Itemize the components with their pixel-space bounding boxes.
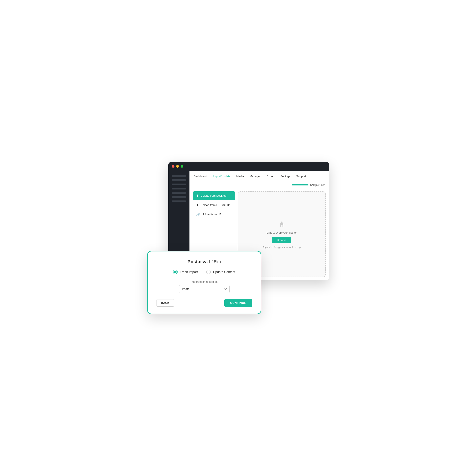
minimize-traffic-light[interactable] [176,165,179,168]
breadcrumb-step [292,184,308,186]
drop-text: Drag & Drop your files or [266,231,297,234]
browse-button[interactable]: Browse [272,237,291,243]
dialog-actions: BACK CONTINUE [156,299,252,307]
breadcrumb-filename: Sample.CSV [310,184,325,187]
menu-item-url[interactable]: 🔗 Upload from URL [193,210,235,219]
radio-fresh-import-circle[interactable] [173,270,178,274]
nav-item-import-update[interactable]: Import/Update [213,172,230,181]
radio-update-content-circle[interactable] [206,270,211,274]
scene: Dashboard Import/Update Media Manager Ex… [147,162,329,314]
back-button[interactable]: BACK [156,299,174,307]
supported-types-text: Supported file types .csv .xml .txt .zip [262,246,301,248]
close-traffic-light[interactable] [172,165,174,168]
nav-item-export[interactable]: Export [266,172,274,181]
nav-item-manager[interactable]: Manager [250,172,260,181]
menu-item-url-label: Upload from URL [202,213,223,216]
upload-cloud-icon [277,220,287,229]
dialog-filename: Post.csv-1.15kb [156,259,252,265]
import-as-section: Import each record as Posts Pages Produc… [156,280,252,293]
dialog-filesize: 1.15kb [208,259,221,264]
nav-item-dashboard[interactable]: Dashboard [194,172,207,181]
sidebar-line-2 [172,179,186,181]
sidebar-line-3 [172,184,186,185]
radio-fresh-import-label: Fresh Import [180,270,198,274]
menu-item-ftp-label: Upload from FTP /SFTP [201,204,230,207]
svg-rect-2 [281,225,283,227]
radio-fresh-import[interactable]: Fresh Import [173,270,198,274]
continue-button[interactable]: CONTINUE [224,299,252,307]
upload-ftp-icon: ⬆ [196,203,199,207]
svg-marker-1 [280,221,284,224]
maximize-traffic-light[interactable] [181,165,183,168]
sidebar-line-7 [172,201,186,202]
nav-item-media[interactable]: Media [236,172,244,181]
nav-item-settings[interactable]: Settings [280,172,290,181]
dialog-filename-name: Post.csv- [187,259,208,264]
radio-update-content[interactable]: Update Content [206,270,235,274]
menu-item-ftp[interactable]: ⬆ Upload from FTP /SFTP [193,201,235,210]
breadcrumb-bar: Sample.CSV [189,182,329,188]
nav-item-support[interactable]: Support [296,172,306,181]
sidebar-line-4 [172,188,186,189]
upload-url-icon: 🔗 [196,213,200,216]
menu-item-desktop[interactable]: ⬆ Upload from Desktop [193,191,235,200]
radio-update-content-label: Update Content [213,270,235,274]
import-as-select[interactable]: Posts Pages Products Categories [179,285,230,293]
radio-group: Fresh Import Update Content [156,270,252,274]
nav-bar: Dashboard Import/Update Media Manager Ex… [189,171,329,182]
import-as-label: Import each record as [191,280,217,283]
menu-item-desktop-label: Upload from Desktop [201,194,226,197]
sidebar-line-5 [172,192,186,194]
sidebar-line-6 [172,196,186,198]
titlebar [168,162,329,171]
dialog-card: Post.csv-1.15kb Fresh Import Update Cont… [147,251,261,314]
sidebar-line-1 [172,175,186,177]
upload-desktop-icon: ⬆ [196,194,199,198]
